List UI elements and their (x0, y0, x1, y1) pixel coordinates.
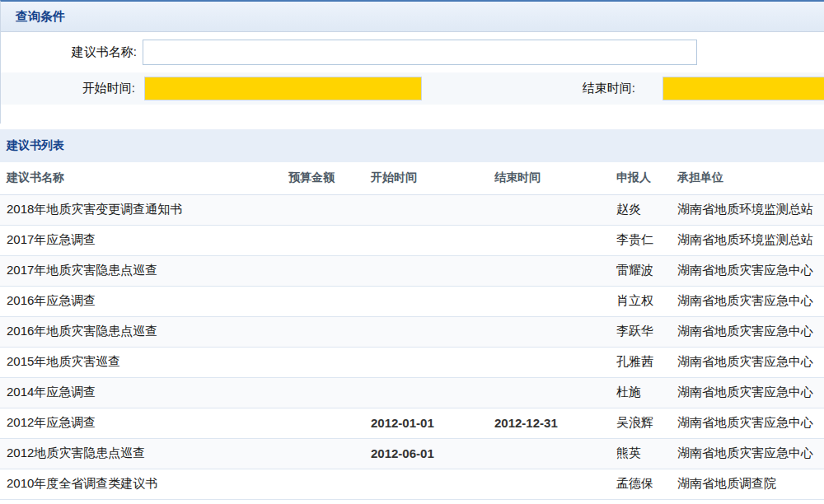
end-date-cell (488, 286, 610, 316)
budget-cell (282, 194, 364, 225)
unit-cell: 湖南省地质灾害应急中心 (671, 316, 824, 347)
end-date-cell: 2012-12-31 (488, 408, 610, 438)
applicant-cell: 杜施 (610, 377, 671, 408)
table-row[interactable]: 2018年地质灾害变更调查通知书赵炎湖南省地质环境监测总站 (0, 194, 824, 225)
start-date-cell (364, 469, 488, 499)
proposal-name-cell: 2010年度全省调查类建议书 (0, 469, 282, 499)
column-header-start-time: 开始时间 (364, 162, 488, 194)
proposal-table: 建议书名称 预算金额 开始时间 结束时间 申报人 承担单位 2018年地质灾害变… (0, 162, 824, 500)
budget-cell (282, 438, 364, 469)
proposal-name-cell: 2016年地质灾害隐患点巡查 (0, 316, 282, 347)
table-row[interactable]: 2014年应急调查杜施湖南省地质灾害应急中心 (0, 377, 824, 408)
proposal-name-cell: 2012地质灾害隐患点巡查 (0, 438, 282, 469)
table-row[interactable]: 2017年应急调查李贵仁湖南省地质环境监测总站 (0, 225, 824, 255)
proposal-name-cell: 2017年应急调查 (0, 225, 282, 255)
budget-cell (282, 225, 364, 255)
start-date-cell (364, 225, 488, 255)
proposal-name-cell: 2017年地质灾害隐患点巡查 (0, 255, 282, 286)
start-date-cell (364, 377, 488, 408)
applicant-cell: 孟德保 (610, 469, 671, 499)
start-date-cell: 2012-06-01 (364, 438, 488, 469)
column-header-unit: 承担单位 (671, 162, 824, 194)
start-date-cell (364, 286, 488, 316)
unit-cell: 湖南省地质灾害应急中心 (671, 255, 824, 286)
table-row[interactable]: 2012地质灾害隐患点巡查2012-06-01熊英湖南省地质灾害应急中心 (0, 438, 824, 469)
start-date-cell (364, 194, 488, 225)
end-date-cell (488, 469, 610, 499)
end-date-cell (488, 194, 610, 225)
panel-gap (0, 124, 824, 129)
table-row[interactable]: 2016年地质灾害隐患点巡查李跃华湖南省地质灾害应急中心 (0, 316, 824, 347)
proposal-name-cell: 2015年地质灾害巡查 (0, 347, 282, 377)
table-row[interactable]: 2016年应急调查肖立权湖南省地质灾害应急中心 (0, 286, 824, 316)
table-header-row: 建议书名称 预算金额 开始时间 结束时间 申报人 承担单位 (0, 162, 824, 194)
applicant-cell: 孔雅茜 (610, 347, 671, 377)
table-row[interactable]: 2015年地质灾害巡查孔雅茜湖南省地质灾害应急中心 (0, 347, 824, 377)
applicant-cell: 肖立权 (610, 286, 671, 316)
table-row[interactable]: 2010年度全省调查类建议书孟德保湖南省地质调查院 (0, 469, 824, 499)
applicant-cell: 吴浪辉 (610, 408, 671, 438)
proposal-list-title: 建议书列表 (0, 129, 824, 162)
applicant-cell: 雷耀波 (610, 255, 671, 286)
end-date-cell (488, 438, 610, 469)
proposal-name-row: 建议书名称: (1, 32, 824, 72)
column-header-applicant: 申报人 (610, 162, 671, 194)
column-header-budget: 预算金额 (282, 162, 364, 194)
end-date-cell (488, 377, 610, 408)
end-date-cell (488, 255, 610, 286)
query-panel-footer-spacer (1, 105, 824, 124)
end-time-label: 结束时间: (422, 81, 635, 96)
query-conditions-panel: 查询条件 建议书名称: 开始时间: 结束时间: (0, 0, 824, 124)
applicant-cell: 熊英 (610, 438, 671, 469)
budget-cell (282, 377, 364, 408)
column-header-end-time: 结束时间 (488, 162, 610, 194)
unit-cell: 湖南省地质调查院 (671, 469, 824, 499)
unit-cell: 湖南省地质灾害应急中心 (671, 438, 824, 469)
proposal-name-label: 建议书名称: (1, 44, 137, 60)
budget-cell (282, 408, 364, 438)
proposal-name-cell: 2012年应急调查 (0, 408, 282, 438)
start-date-cell (364, 255, 488, 286)
unit-cell: 湖南省地质灾害应急中心 (671, 377, 824, 408)
unit-cell: 湖南省地质灾害应急中心 (671, 286, 824, 316)
start-time-label: 开始时间: (1, 81, 135, 96)
budget-cell (282, 469, 364, 499)
unit-cell: 湖南省地质灾害应急中心 (671, 347, 824, 377)
column-header-proposal-name: 建议书名称 (0, 162, 282, 194)
start-date-cell (364, 316, 488, 347)
end-time-input[interactable] (662, 77, 824, 100)
date-range-row: 开始时间: 结束时间: (1, 72, 824, 105)
budget-cell (282, 286, 364, 316)
table-row[interactable]: 2017年地质灾害隐患点巡查雷耀波湖南省地质灾害应急中心 (0, 255, 824, 286)
applicant-cell: 李跃华 (610, 316, 671, 347)
applicant-cell: 李贵仁 (610, 225, 671, 255)
end-date-cell (488, 225, 610, 255)
proposal-name-cell: 2016年应急调查 (0, 286, 282, 316)
unit-cell: 湖南省地质环境监测总站 (671, 194, 824, 225)
start-date-cell (364, 347, 488, 377)
query-conditions-title: 查询条件 (1, 2, 824, 32)
budget-cell (282, 316, 364, 347)
budget-cell (282, 255, 364, 286)
proposal-table-body: 2018年地质灾害变更调查通知书赵炎湖南省地质环境监测总站2017年应急调查李贵… (0, 194, 824, 499)
start-time-input[interactable] (144, 77, 422, 100)
unit-cell: 湖南省地质环境监测总站 (671, 225, 824, 255)
start-date-cell: 2012-01-01 (364, 408, 488, 438)
proposal-name-input[interactable] (143, 40, 697, 65)
unit-cell: 湖南省地质灾害应急中心 (671, 408, 824, 438)
proposal-list-panel: 建议书列表 建议书名称 预算金额 开始时间 结束时间 申报人 承担单位 2018… (0, 129, 824, 500)
end-date-cell (488, 347, 610, 377)
table-row[interactable]: 2012年应急调查2012-01-012012-12-31吴浪辉湖南省地质灾害应… (0, 408, 824, 438)
proposal-name-cell: 2014年应急调查 (0, 377, 282, 408)
applicant-cell: 赵炎 (610, 194, 671, 225)
proposal-name-cell: 2018年地质灾害变更调查通知书 (0, 194, 282, 225)
end-date-cell (488, 316, 610, 347)
budget-cell (282, 347, 364, 377)
